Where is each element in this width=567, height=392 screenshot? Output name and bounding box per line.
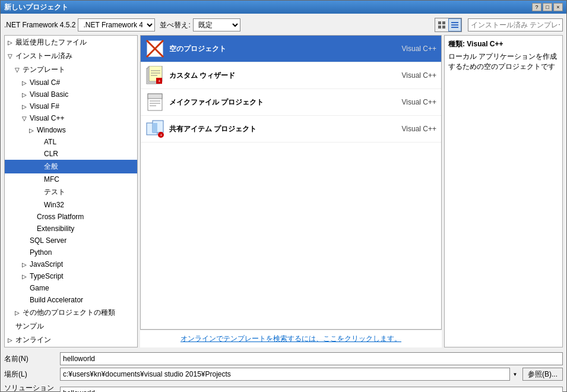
tree-item-installed[interactable]: ▽ インストール済み — [5, 49, 137, 63]
new-project-dialog: 新しいプロジェクト ? □ × .NET Framework 4.5.2 .NE… — [0, 0, 567, 392]
center-panel: 空のプロジェクト Visual C++ — [140, 35, 442, 347]
tree-item-visualcpp[interactable]: ▽ Visual C++ — [5, 112, 137, 124]
label-extensibility: Extensibility — [36, 224, 75, 233]
tree-item-recent[interactable]: ▷ 最近使用したファイル — [5, 36, 137, 49]
name-input[interactable] — [60, 352, 563, 365]
tree-item-test[interactable]: テスト — [5, 185, 137, 199]
tree-item-crossplatform[interactable]: Cross Platform — [5, 211, 137, 223]
maximize-button[interactable]: □ — [543, 3, 552, 11]
tree-item-visualfsharp[interactable]: ▷ Visual F# — [5, 100, 137, 112]
svg-rect-19 — [148, 94, 162, 99]
template-item-empty[interactable]: 空のプロジェクト Visual C++ — [141, 36, 441, 62]
search-input[interactable] — [468, 18, 563, 31]
location-label: 場所(L) — [4, 369, 58, 380]
expander-windows: ▷ — [27, 126, 36, 134]
expander-typescript: ▷ — [20, 272, 28, 280]
expander-javascript: ▷ — [20, 260, 28, 268]
tree-item-buildacc[interactable]: Build Accelerator — [5, 294, 137, 306]
list-view-button[interactable] — [448, 18, 461, 31]
help-button[interactable]: ? — [532, 3, 541, 11]
tree-item-sample[interactable]: サンプル — [5, 320, 137, 333]
tree-item-clr[interactable]: CLR — [5, 148, 137, 160]
tree-item-mfc[interactable]: MFC — [5, 173, 137, 185]
template-type-shared: Visual C++ — [402, 125, 436, 133]
template-icon-wizard: + — [145, 66, 164, 85]
location-dropdown-button[interactable]: ▼ — [509, 368, 520, 381]
expander-visualcsharp: ▷ — [20, 78, 28, 87]
template-item-shared[interactable]: + 共有アイテム プロジェクト Visual C++ — [141, 116, 441, 143]
tree-item-visualbasic[interactable]: ▷ Visual Basic — [5, 88, 137, 100]
template-name-makefile: メイクファイル プロジェクト — [169, 97, 397, 108]
wizard-icon: + — [145, 66, 164, 85]
tree-item-ippan[interactable]: 全般 — [5, 160, 137, 173]
label-recent: 最近使用したファイル — [14, 37, 88, 48]
template-type-wizard: Visual C++ — [402, 71, 436, 80]
tree-item-visualcsharp[interactable]: ▷ Visual C# — [5, 77, 137, 88]
template-list: 空のプロジェクト Visual C++ — [140, 35, 442, 330]
sort-label: 並べ替え: — [160, 20, 190, 30]
location-input[interactable] — [60, 368, 520, 381]
expander-ippan — [34, 163, 43, 171]
expander-atl — [34, 138, 43, 146]
expander-templates: ▽ — [13, 66, 21, 74]
tree-item-other[interactable]: ▷ その他のプロジェクトの種類 — [5, 306, 137, 320]
tree-item-extensibility[interactable]: Extensibility — [5, 223, 137, 235]
online-link[interactable]: オンラインでテンプレートを検索するには、ここをクリックします。 — [140, 330, 442, 347]
label-ippan: 全般 — [43, 161, 59, 172]
label-test: テスト — [43, 186, 66, 198]
framework-select[interactable]: .NET Framework 4.5.2 — [78, 18, 155, 31]
sort-select[interactable]: 既定 — [193, 18, 240, 31]
grid-view-button[interactable] — [435, 18, 448, 31]
svg-rect-4 — [451, 22, 458, 23]
expander-crossplatform — [27, 213, 36, 221]
label-clr: CLR — [43, 149, 59, 159]
tree-item-python[interactable]: Python — [5, 246, 137, 258]
tree-item-sql[interactable]: SQL Server — [5, 235, 137, 246]
expander-buildacc — [20, 296, 28, 304]
right-panel: 種類: Visual C++ ローカル アプリケーションを作成するための空のプロ… — [444, 35, 563, 347]
expander-visualcpp: ▽ — [20, 114, 28, 122]
expander-online: ▷ — [6, 336, 14, 344]
browse-button[interactable]: 参照(B)... — [522, 368, 563, 381]
template-name-empty: 空のプロジェクト — [169, 44, 397, 54]
left-panel[interactable]: ▷ 最近使用したファイル ▽ インストール済み ▽ テンプレート — [4, 35, 138, 347]
label-installed: インストール済み — [14, 50, 74, 62]
label-atl: ATL — [43, 137, 58, 147]
main-area: ▷ 最近使用したファイル ▽ インストール済み ▽ テンプレート — [4, 35, 563, 347]
label-typescript: TypeScript — [28, 271, 65, 281]
tree-item-templates[interactable]: ▽ テンプレート — [5, 63, 137, 77]
tree-item-win32[interactable]: Win32 — [5, 199, 137, 211]
location-input-wrap: ▼ — [60, 368, 520, 381]
title-bar: 新しいプロジェクト ? □ × — [1, 1, 566, 14]
makefile-icon — [145, 93, 164, 112]
tree-item-online[interactable]: ▷ オンライン — [5, 333, 137, 347]
expander-win32 — [34, 201, 43, 209]
tree-item-atl[interactable]: ATL — [5, 136, 137, 148]
template-type-empty: Visual C++ — [402, 45, 436, 53]
tree-item-javascript[interactable]: ▷ JavaScript — [5, 258, 137, 270]
tree-item-typescript[interactable]: ▷ TypeScript — [5, 270, 137, 282]
right-panel-type: 種類: Visual C++ — [448, 39, 559, 49]
svg-rect-25 — [153, 123, 157, 132]
template-item-wizard[interactable]: + カスタム ウィザード Visual C++ — [141, 62, 441, 89]
svg-text:+: + — [158, 78, 161, 84]
template-item-makefile[interactable]: メイクファイル プロジェクト Visual C++ — [141, 89, 441, 116]
tree-item-game[interactable]: Game — [5, 282, 137, 294]
expander-sample — [6, 323, 14, 331]
label-sample: サンプル — [14, 321, 45, 332]
dialog-body: .NET Framework 4.5.2 .NET Framework 4.5.… — [1, 14, 566, 392]
framework-label: .NET Framework 4.5.2 — [4, 21, 75, 29]
solution-input[interactable] — [60, 387, 563, 392]
expander-other: ▷ — [13, 309, 21, 317]
right-panel-description: ローカル アプリケーションを作成するための空のプロジェクトです — [448, 52, 559, 72]
label-javascript: JavaScript — [28, 260, 64, 269]
close-button[interactable]: × — [553, 3, 563, 11]
svg-rect-2 — [438, 26, 441, 29]
expander-test — [34, 188, 43, 197]
grid-icon — [438, 21, 446, 29]
template-icon-makefile — [145, 93, 164, 112]
label-python: Python — [28, 248, 53, 257]
expander-extensibility — [27, 225, 36, 233]
tree-item-windows[interactable]: ▷ Windows — [5, 124, 137, 136]
label-templates: テンプレート — [21, 64, 66, 75]
